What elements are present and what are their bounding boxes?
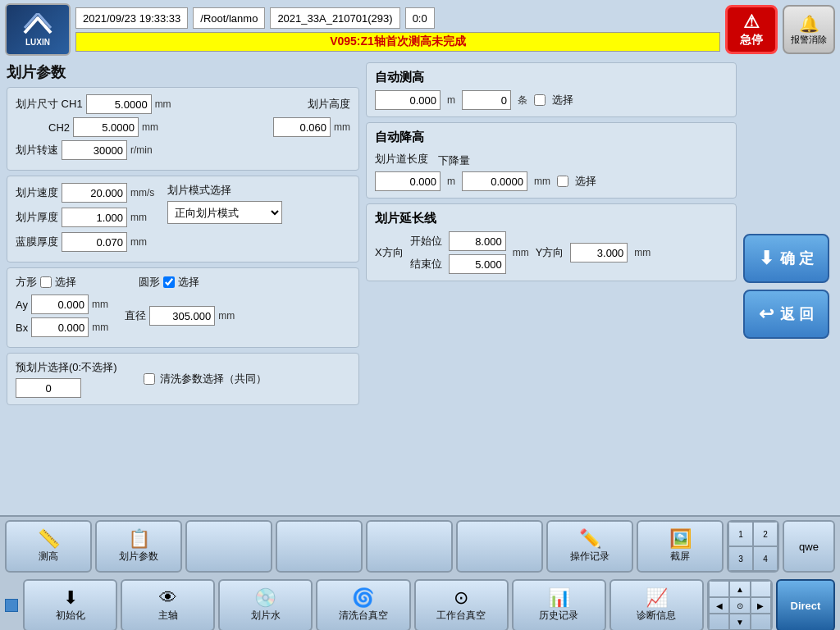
track-input[interactable] bbox=[375, 171, 441, 191]
ems-button[interactable]: ⚠ 急停 bbox=[725, 5, 778, 54]
drop-label: 下降量 bbox=[438, 153, 470, 168]
measure-height-label: 测高 bbox=[39, 550, 58, 564]
height-input[interactable] bbox=[273, 117, 331, 137]
toolbar-dicing-water[interactable]: 💿 划片水 bbox=[218, 579, 313, 630]
lower-checkbox[interactable] bbox=[557, 176, 568, 187]
circle-select-label: 选择 bbox=[178, 275, 199, 290]
toolbar-empty-4[interactable] bbox=[456, 520, 543, 573]
diameter-row: 直径 mm bbox=[125, 306, 235, 326]
x-start-input[interactable] bbox=[449, 231, 506, 251]
numpad-button[interactable]: 1 2 3 4 bbox=[727, 520, 779, 573]
drop-input[interactable] bbox=[462, 171, 527, 191]
auto-height-checkbox[interactable] bbox=[534, 94, 546, 106]
toolbar-empty-3[interactable] bbox=[366, 520, 453, 573]
ch2-unit: mm bbox=[142, 121, 158, 133]
history-icon: 📊 bbox=[548, 589, 570, 607]
status-indicator bbox=[5, 599, 18, 612]
diagnostics-icon: 📈 bbox=[646, 589, 668, 607]
confirm-icon: ⬇ bbox=[759, 248, 774, 269]
ay-label: Ay bbox=[16, 299, 28, 311]
feed-input[interactable] bbox=[62, 183, 127, 203]
right-panels: 自动测高 m 条 选择 自动降高 划片道长度 bbox=[366, 62, 737, 510]
alert-text: V095:Z1轴首次测高未完成 bbox=[330, 34, 466, 49]
x-end-input[interactable] bbox=[449, 254, 506, 274]
extend-line-title: 划片延长线 bbox=[375, 211, 728, 226]
nav-up-left[interactable] bbox=[709, 581, 729, 597]
path-display: /Root/lanmo bbox=[193, 7, 265, 29]
speed-input[interactable] bbox=[62, 140, 127, 160]
nav-pad[interactable]: ▲ ◀ ⊙ ▶ ▼ bbox=[707, 579, 773, 630]
num-3[interactable]: 3 bbox=[728, 546, 753, 571]
num-2[interactable]: 2 bbox=[753, 522, 778, 546]
shape-section: 方形 选择 圆形 选择 Ay mm bbox=[7, 267, 359, 348]
auto-height-input[interactable] bbox=[375, 90, 441, 110]
thickness-label: 划片厚度 bbox=[16, 210, 58, 225]
toolbar-init[interactable]: ⬇ 初始化 bbox=[23, 579, 117, 630]
ay-input[interactable] bbox=[31, 294, 89, 314]
auto-height-panel: 自动测高 m 条 选择 bbox=[366, 62, 737, 117]
nav-down-right[interactable] bbox=[751, 614, 771, 630]
square-label: 方形 bbox=[16, 275, 37, 290]
confirm-button[interactable]: ⬇ 确 定 bbox=[743, 234, 829, 283]
y-input[interactable] bbox=[570, 243, 628, 262]
toolbar-spindle[interactable]: 👁 主轴 bbox=[121, 579, 215, 630]
toolbar-history[interactable]: 📊 历史记录 bbox=[512, 579, 606, 630]
toolbar-dicing-params[interactable]: 📋 划片参数 bbox=[95, 520, 182, 573]
thickness-row: 划片厚度 mm bbox=[16, 208, 154, 227]
action-buttons: ⬇ 确 定 ↩ 返 回 bbox=[743, 62, 833, 510]
alarm-cancel-button[interactable]: 🔔 报警消除 bbox=[783, 5, 835, 54]
toolbar-clean-vacuum[interactable]: 🌀 清洗台真空 bbox=[316, 579, 410, 630]
auto-height-count[interactable] bbox=[462, 90, 511, 110]
left-panel: 划片参数 划片尺寸 CH1 mm 划片高度 CH2 mm mm 划片转速 bbox=[7, 62, 359, 510]
clean-params-checkbox[interactable] bbox=[144, 373, 155, 385]
film-row: 蓝膜厚度 mm bbox=[16, 232, 154, 252]
toolbar-diagnostics[interactable]: 📈 诊断信息 bbox=[609, 579, 704, 630]
operation-log-icon: ✏️ bbox=[579, 530, 601, 548]
diameter-input[interactable] bbox=[149, 306, 215, 326]
toolbar-empty-1[interactable] bbox=[185, 520, 272, 573]
history-label: 历史记录 bbox=[539, 609, 578, 623]
bx-label: Bx bbox=[16, 322, 28, 334]
screenshot-icon: 🖼️ bbox=[669, 530, 692, 548]
toolbar-row-1: 📏 测高 📋 划片参数 ✏️ 操作记录 🖼️ 截屏 1 2 bbox=[0, 517, 840, 576]
nav-right[interactable]: ▶ bbox=[751, 597, 771, 614]
spindle-icon: 👁 bbox=[159, 589, 177, 607]
nav-left[interactable]: ◀ bbox=[709, 597, 729, 614]
auto-height-unit: m bbox=[447, 94, 455, 106]
x-unit: mm bbox=[513, 247, 529, 258]
num-1[interactable]: 1 bbox=[728, 522, 753, 546]
clean-vacuum-icon: 🌀 bbox=[352, 589, 374, 607]
toolbar-measure-height[interactable]: 📏 测高 bbox=[5, 520, 92, 573]
film-unit: mm bbox=[130, 236, 147, 248]
direct-button[interactable]: Direct bbox=[776, 579, 835, 630]
num-4[interactable]: 4 bbox=[753, 546, 778, 571]
height-unit: mm bbox=[334, 121, 350, 133]
count-unit: 条 bbox=[518, 94, 527, 107]
init-label: 初始化 bbox=[56, 609, 85, 623]
logo: LUXIN bbox=[5, 3, 71, 56]
feed-label: 划片速度 bbox=[16, 185, 58, 200]
toolbar-operation-log[interactable]: ✏️ 操作记录 bbox=[546, 520, 633, 573]
circle-checkbox[interactable] bbox=[163, 276, 175, 288]
auto-height-select: 选择 bbox=[552, 93, 573, 107]
mode-select[interactable]: 正向划片模式 bbox=[167, 201, 282, 224]
nav-down-left[interactable] bbox=[709, 614, 729, 630]
nav-down[interactable]: ▼ bbox=[729, 614, 750, 630]
toolbar-work-vacuum[interactable]: ⊙ 工作台真空 bbox=[414, 579, 509, 630]
nav-center[interactable]: ⊙ bbox=[729, 597, 750, 614]
pre-dicing-input[interactable] bbox=[16, 378, 81, 398]
bx-input[interactable] bbox=[31, 317, 89, 337]
back-button[interactable]: ↩ 返 回 bbox=[743, 290, 829, 339]
toolbar-screenshot[interactable]: 🖼️ 截屏 bbox=[637, 520, 724, 573]
qwe-button[interactable]: qwe bbox=[783, 520, 835, 573]
ch2-input[interactable] bbox=[73, 117, 139, 137]
square-checkbox[interactable] bbox=[40, 276, 52, 288]
nav-up[interactable]: ▲ bbox=[729, 581, 750, 597]
thickness-input[interactable] bbox=[62, 208, 127, 227]
ch1-input[interactable] bbox=[86, 94, 152, 114]
speed-row: 划片转速 r/min bbox=[16, 140, 350, 160]
work-vacuum-icon: ⊙ bbox=[454, 589, 468, 607]
nav-up-right[interactable] bbox=[751, 581, 771, 597]
film-input[interactable] bbox=[62, 232, 127, 252]
toolbar-empty-2[interactable] bbox=[276, 520, 363, 573]
